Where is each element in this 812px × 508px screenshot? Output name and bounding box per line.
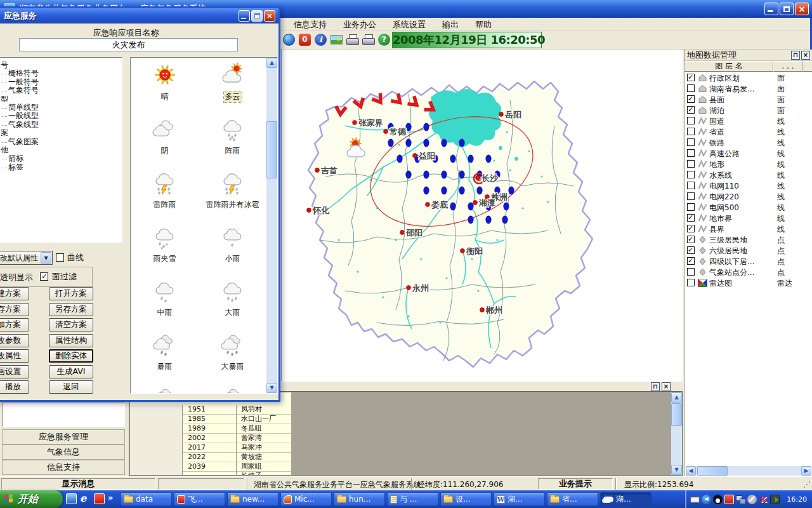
tree-item-4[interactable]: 型 — [0, 95, 122, 104]
scroll-left-icon[interactable]: ◀ — [686, 466, 696, 476]
menu-item-4[interactable]: 帮助 — [467, 18, 500, 31]
layer-checkbox[interactable] — [687, 149, 695, 157]
layer-row-气象站点分...[interactable]: 气象站点分...点 — [684, 267, 812, 277]
quicklaunch-desktop-icon[interactable] — [66, 493, 77, 504]
dialog-button-5[interactable]: 生成AVI — [49, 365, 93, 378]
weather-item-bigstorm[interactable]: 大暴雨 — [199, 330, 266, 384]
dialog-button-0[interactable]: 打开方案 — [49, 287, 93, 300]
layer-row-湖南省易发...[interactable]: 湖南省易发...面 — [684, 83, 812, 94]
left-panel-button-emergency[interactable]: 应急服务管理 — [2, 429, 125, 444]
vertical-scrollbar[interactable]: ▲ ▼ — [671, 392, 682, 475]
weather-item-thunderhail[interactable]: 雷阵雨并有冰雹 — [199, 168, 266, 222]
layer-row-地形[interactable]: 地形线 — [684, 159, 812, 170]
weather-item-rain1[interactable]: 小雨 — [199, 222, 266, 276]
dialog-button-left-1[interactable]: 存方案 — [0, 303, 29, 316]
tree-item-11[interactable]: 箭标 — [0, 154, 122, 163]
quicklaunch-fetion-icon[interactable] — [94, 493, 105, 504]
layer-checkbox[interactable] — [687, 203, 695, 211]
scroll-down-icon[interactable]: ▼ — [266, 383, 277, 393]
layer-row-行政区划[interactable]: 行政区划面 — [684, 72, 812, 83]
dialog-button-1[interactable]: 另存方案 — [49, 303, 93, 316]
layer-row-高速公路[interactable]: 高速公路线 — [684, 148, 812, 159]
dialog-button-left-4[interactable]: 改属性 — [0, 349, 29, 363]
taskbar-button-1[interactable]: 飞... — [174, 492, 225, 506]
tree-item-10[interactable]: 他 — [0, 146, 122, 154]
tray-qq-icon[interactable] — [713, 495, 723, 504]
table-row[interactable]: 2022黄坡塘 — [130, 453, 291, 462]
menu-item-2[interactable]: 系统设置 — [384, 18, 434, 31]
map-canvas[interactable]: 张家界岳阳常德益阳吉首长沙株洲湘潭娄底怀化邵阳衡阳永州郴州 — [281, 50, 683, 381]
dialog-button-left-3[interactable]: 改参数 — [0, 334, 29, 347]
layer-row-湖泊[interactable]: 湖泊面 — [684, 105, 812, 116]
tree-item-7[interactable]: 气象线型 — [0, 121, 122, 129]
left-panel-listbox[interactable] — [2, 403, 125, 427]
layer-row-六级居民地[interactable]: 六级居民地点 — [684, 245, 812, 256]
layer-checkbox[interactable] — [687, 95, 695, 103]
tray-disk-icon[interactable] — [770, 495, 780, 504]
printer-icon[interactable] — [362, 34, 374, 45]
layer-checkbox[interactable] — [687, 160, 695, 168]
table-row[interactable]: 1951凤羽村 — [130, 405, 291, 415]
taskbar-button-3[interactable]: Mic... — [280, 492, 332, 506]
menu-item-3[interactable]: 输出 — [434, 18, 467, 31]
tray-back-icon[interactable]: ◀ — [702, 495, 711, 504]
start-button[interactable]: 开始 — [0, 490, 63, 508]
tree-item-12[interactable]: 标签 — [0, 163, 122, 171]
tray-mute-icon[interactable] — [747, 495, 757, 504]
horizontal-scrollbar[interactable]: ◀ ▶ — [686, 466, 811, 476]
weather-item-storm[interactable]: 暴雨 — [131, 330, 199, 384]
project-name-input[interactable] — [19, 38, 238, 51]
curve-checkbox[interactable] — [56, 253, 64, 262]
weather-item-sun[interactable]: 晴 — [131, 60, 199, 114]
weather-item-clouds[interactable]: 阴 — [131, 114, 199, 168]
menu-item-0[interactable]: 信息支持 — [285, 18, 335, 31]
maximize-button[interactable] — [251, 10, 263, 22]
layer-row-县界[interactable]: 县界线 — [684, 224, 812, 234]
tree-item-5[interactable]: 简单线型 — [0, 104, 122, 112]
dialog-button-left-6[interactable]: 播放 — [0, 380, 29, 394]
weather-item-thunder[interactable]: 雷阵雨 — [131, 168, 199, 222]
layer-checkbox[interactable] — [687, 257, 695, 265]
layer-checkbox[interactable] — [687, 171, 695, 178]
weather-item-rain3[interactable]: 大雨 — [199, 276, 266, 330]
tree-item-9[interactable]: 气象图案 — [0, 138, 122, 146]
scroll-right-icon[interactable]: ▶ — [801, 466, 811, 476]
close-icon[interactable]: × — [662, 382, 671, 391]
scroll-up-icon[interactable]: ▲ — [671, 392, 682, 403]
dialog-button-6[interactable]: 返回 — [49, 380, 93, 394]
left-panel-button-info-support[interactable]: 信息支持 — [2, 460, 125, 475]
weather-item-bigstorm[interactable] — [199, 384, 266, 394]
layer-checkbox[interactable] — [687, 268, 695, 276]
dialog-button-2[interactable]: 清空方案 — [49, 318, 93, 331]
restore-button[interactable] — [780, 3, 794, 15]
scroll-thumb[interactable] — [266, 121, 277, 178]
layer-row-电网110[interactable]: 电网110线 — [684, 180, 812, 191]
layer-checkbox[interactable] — [687, 138, 695, 146]
layer-row-国道[interactable]: 国道线 — [684, 116, 812, 126]
layer-row-县面[interactable]: 县面面 — [684, 94, 812, 105]
table-row[interactable]: 2002曾家湾 — [130, 434, 291, 443]
layer-checkbox[interactable] — [687, 246, 695, 254]
tree-item-0[interactable]: 号 — [0, 61, 122, 69]
layer-row-省道[interactable]: 省道线 — [684, 126, 812, 137]
weather-scrollbar[interactable]: ▲ ▼ — [266, 58, 277, 393]
pin-icon[interactable]: ⊓ — [651, 382, 660, 391]
close-button[interactable]: × — [264, 10, 275, 22]
printer-icon[interactable] — [346, 34, 358, 45]
taskbar-button-2[interactable]: new... — [227, 492, 278, 506]
scroll-up-icon[interactable]: ▲ — [266, 58, 277, 68]
tray-kaspersky-icon[interactable]: K — [759, 495, 768, 504]
symbol-tree[interactable]: 号栅格符号一般符号气象符号型简单线型一般线型气象线型案气象图案他箭标标签 — [0, 57, 122, 243]
tray-keyboard-icon[interactable] — [690, 497, 700, 503]
layer-checkbox[interactable] — [687, 236, 695, 243]
dialog-button-left-0[interactable]: 建方案 — [0, 287, 29, 300]
layer-row-地市界[interactable]: 地市界线 — [684, 213, 812, 224]
scroll-down-icon[interactable]: ▼ — [671, 465, 682, 475]
quicklaunch-ie-icon[interactable]: e — [80, 493, 91, 504]
image-icon[interactable] — [331, 35, 343, 44]
tree-item-1[interactable]: 栅格符号 — [0, 69, 122, 77]
layer-checkbox[interactable] — [687, 117, 695, 124]
layer-checkbox[interactable] — [687, 192, 695, 200]
tray-fetion-icon[interactable] — [724, 495, 734, 504]
left-panel-button-weather-info[interactable]: 气象信息 — [2, 444, 125, 460]
